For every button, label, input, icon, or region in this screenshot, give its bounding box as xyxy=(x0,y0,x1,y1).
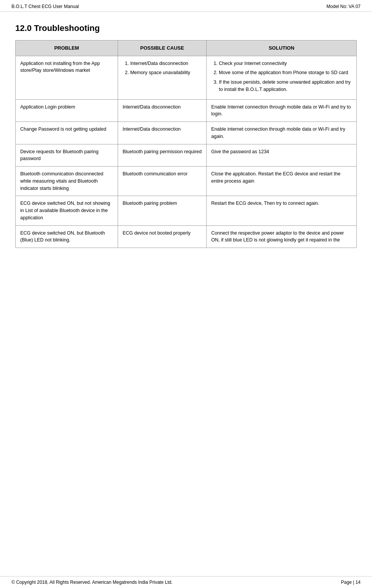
table-row: Application Login problemInternet/Data d… xyxy=(16,99,357,122)
cell-cause: ECG device not booted properly xyxy=(118,225,206,248)
cell-solution: Enable Internet connection through mobil… xyxy=(207,99,357,122)
page-header: B.O.L.T Chest ECG User Manual Model No: … xyxy=(0,0,372,12)
table-row: Bluetooth communication disconnected whi… xyxy=(16,167,357,196)
col-header-problem: PROBLEM xyxy=(16,40,118,56)
cell-problem: Bluetooth communication disconnected whi… xyxy=(16,167,118,196)
cell-problem: ECG device switched ON, but Bluetooth (B… xyxy=(16,225,118,248)
cell-problem: Application Login problem xyxy=(16,99,118,122)
cause-list-item: Memory space unavailability xyxy=(130,69,202,76)
page-content: 12.0 Troubleshooting PROBLEM POSSIBLE CA… xyxy=(0,12,372,263)
solution-list-item: Move some of the application from Phone … xyxy=(219,69,352,76)
cell-problem: ECG device switched ON, but not showing … xyxy=(16,196,118,225)
header-right: Model No: VA 07 xyxy=(327,4,361,9)
footer-left: © Copyright 2018, All Rights Reserved. A… xyxy=(11,580,173,585)
cell-problem: Device requests for Bluetooth pairing pa… xyxy=(16,144,118,167)
cell-cause: Internet/Data disconnection xyxy=(118,99,206,122)
table-row: Device requests for Bluetooth pairing pa… xyxy=(16,144,357,167)
solution-list-item: If the issue persists, delete some unwan… xyxy=(219,79,352,93)
cell-solution: Enable internet connection through mobil… xyxy=(207,122,357,144)
page-footer: © Copyright 2018, All Rights Reserved. A… xyxy=(0,576,372,588)
col-header-cause: POSSIBLE CAUSE xyxy=(118,40,206,56)
cell-cause: Bluetooth pairing problem xyxy=(118,196,206,225)
table-row: ECG device switched ON, but not showing … xyxy=(16,196,357,225)
cell-problem: Application not installing from the App … xyxy=(16,56,118,99)
cell-solution: Restart the ECG device, Then try to conn… xyxy=(207,196,357,225)
table-row: ECG device switched ON, but Bluetooth (B… xyxy=(16,225,357,248)
cell-problem: Change Password is not getting updated xyxy=(16,122,118,144)
troubleshooting-table: PROBLEM POSSIBLE CAUSE SOLUTION Applicat… xyxy=(15,40,357,248)
cell-cause: Bluetooth communication error xyxy=(118,167,206,196)
cell-cause: Internet/Data disconnection xyxy=(118,122,206,144)
table-row: Change Password is not getting updatedIn… xyxy=(16,122,357,144)
table-header-row: PROBLEM POSSIBLE CAUSE SOLUTION xyxy=(16,40,357,56)
cell-cause: Bluetooth pairing permission required xyxy=(118,144,206,167)
col-header-solution: SOLUTION xyxy=(207,40,357,56)
cell-solution: Give the password as 1234 xyxy=(207,144,357,167)
cell-solution: Connect the respective power adaptor to … xyxy=(207,225,357,248)
cell-solution: Check your Internet connectivityMove som… xyxy=(207,56,357,99)
cell-cause: Internet/Data disconnectionMemory space … xyxy=(118,56,206,99)
header-left: B.O.L.T Chest ECG User Manual xyxy=(11,4,79,9)
table-row: Application not installing from the App … xyxy=(16,56,357,99)
section-title: 12.0 Troubleshooting xyxy=(15,23,357,33)
cell-solution: Close the application. Restart the ECG d… xyxy=(207,167,357,196)
solution-list-item: Check your Internet connectivity xyxy=(219,60,352,67)
cause-list-item: Internet/Data disconnection xyxy=(130,60,202,67)
footer-right: Page | 14 xyxy=(341,580,361,585)
